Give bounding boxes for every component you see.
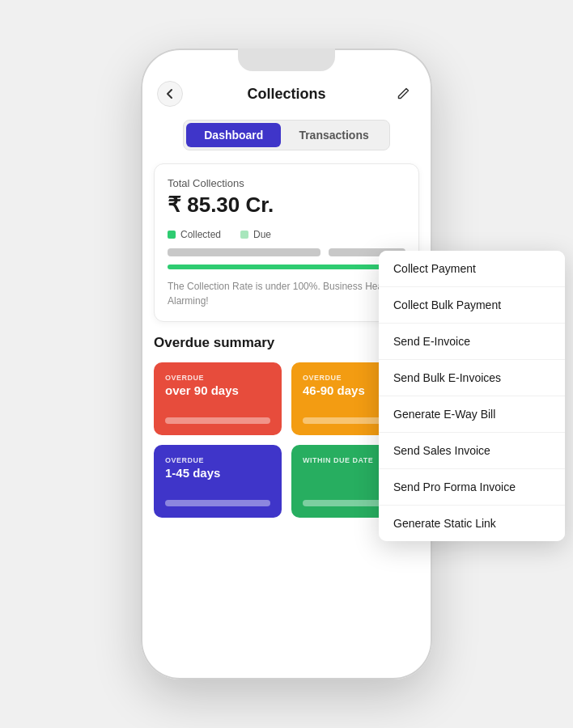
- header: Collections: [141, 71, 432, 113]
- tab-dashboard[interactable]: Dashboard: [186, 123, 281, 147]
- collected-label: Collected: [180, 229, 221, 240]
- collections-amount: ₹ 85.30 Cr.: [168, 193, 405, 218]
- bar-collected: [168, 248, 320, 256]
- legend-collected: Collected: [168, 229, 221, 240]
- collected-dot: [168, 231, 176, 239]
- dropdown-item-collect-payment[interactable]: Collect Payment: [379, 251, 565, 287]
- back-button[interactable]: [157, 81, 183, 107]
- dropdown-item-collect-bulk-payment[interactable]: Collect Bulk Payment: [379, 287, 565, 324]
- progress-bar: [168, 265, 405, 269]
- card-note: The Collection Rate is under 100%. Busin…: [168, 279, 405, 308]
- overdue-card-label-2: OVERDUE: [165, 456, 270, 464]
- collections-label: Total Collections: [168, 177, 405, 189]
- phone-notch: [238, 49, 335, 71]
- overdue-card-1to45[interactable]: OVERDUE 1-45 days: [154, 445, 282, 518]
- overdue-card-over90[interactable]: OVERDUE over 90 days: [154, 362, 282, 435]
- overdue-card-label-0: OVERDUE: [165, 374, 270, 382]
- page-title: Collections: [247, 86, 325, 103]
- overdue-card-days-2: 1-45 days: [165, 466, 270, 480]
- bar-row: [168, 248, 405, 256]
- dropdown-item-send-einvoice[interactable]: Send E-Invoice: [379, 324, 565, 360]
- dropdown-item-generate-eway-bill[interactable]: Generate E-Way Bill: [379, 396, 565, 433]
- legend-due: Due: [240, 229, 271, 240]
- tab-switcher: Dashboard Transactions: [141, 120, 432, 150]
- overdue-bar-2: [165, 500, 270, 506]
- overdue-card-days-0: over 90 days: [165, 383, 270, 397]
- tab-transactions[interactable]: Transactions: [281, 123, 386, 147]
- dropdown-menu: Collect Payment Collect Bulk Payment Sen…: [379, 251, 565, 541]
- dropdown-item-send-bulk-einvoices[interactable]: Send Bulk E-Invoices: [379, 360, 565, 396]
- due-label: Due: [253, 229, 271, 240]
- overdue-bar-0: [165, 417, 270, 424]
- due-dot: [240, 231, 248, 239]
- dropdown-item-generate-static-link[interactable]: Generate Static Link: [379, 506, 565, 541]
- dropdown-item-send-proforma-invoice[interactable]: Send Pro Forma Invoice: [379, 469, 565, 506]
- edit-button[interactable]: [390, 81, 416, 107]
- dropdown-item-send-sales-invoice[interactable]: Send Sales Invoice: [379, 433, 565, 469]
- tab-container: Dashboard Transactions: [183, 120, 390, 150]
- legend-row: Collected Due: [168, 229, 405, 240]
